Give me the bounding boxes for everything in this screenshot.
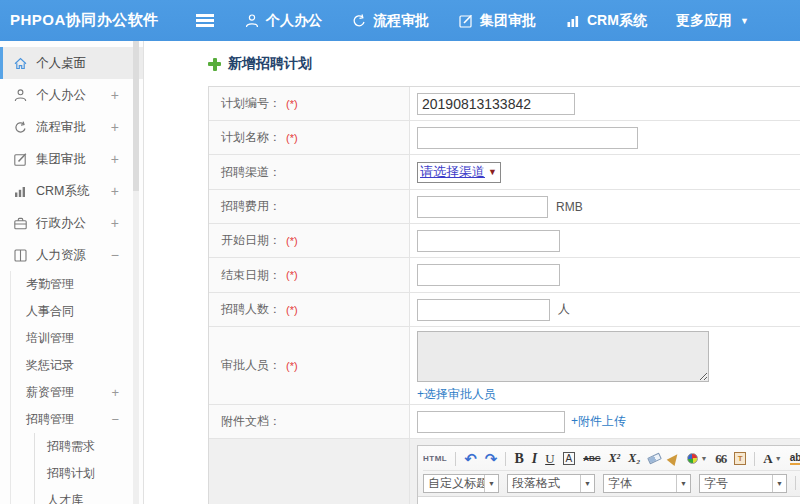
- form-row-headcount: 招聘人数： (*) 人: [209, 293, 800, 327]
- sidebar-item-label: 奖惩记录: [26, 357, 74, 374]
- hr-submenu: 考勤管理 人事合同 培训管理 奖惩记录 薪资管理 + 招聘管理 − 招聘需求 招…: [10, 271, 143, 504]
- sidebar-item-recruit-demand[interactable]: 招聘需求: [35, 433, 143, 460]
- select-caret-icon: ▼: [484, 475, 498, 492]
- sidebar-item-reward[interactable]: 奖惩记录: [11, 352, 143, 379]
- approver-textarea[interactable]: [417, 331, 709, 382]
- nav-group-approval[interactable]: 集团审批: [458, 12, 536, 30]
- paragraph-format-select[interactable]: 段落格式 ▼: [507, 474, 595, 493]
- channel-select[interactable]: 请选择渠道 ▼: [417, 162, 501, 183]
- headcount-unit: 人: [558, 301, 570, 318]
- paste-text-icon[interactable]: T: [734, 452, 746, 465]
- strikethrough-button[interactable]: ABC: [583, 454, 600, 463]
- italic-button[interactable]: I: [532, 451, 537, 467]
- editor-toolbar: HTML ↶ ↷ B I U A ABC X² X₂: [418, 446, 800, 497]
- field-label-empty: [209, 439, 410, 504]
- recruit-submenu: 招聘需求 招聘计划 人才库: [34, 433, 143, 504]
- sidebar-item-training[interactable]: 培训管理: [11, 325, 143, 352]
- form-row-approver: 审批人员： (*) +选择审批人员: [209, 327, 800, 405]
- form-row-attachment: 附件文档： +附件上传: [209, 405, 800, 439]
- fee-unit: RMB: [556, 200, 583, 214]
- sidebar-scrollbar[interactable]: [133, 41, 139, 504]
- top-header: PHPOA协同办公软件 个人办公 流程审批 集团审批 CRM系统: [0, 0, 800, 41]
- sidebar-item-talent-pool[interactable]: 人才库: [35, 487, 143, 504]
- start-date-input[interactable]: [417, 230, 560, 252]
- nav-process-approval[interactable]: 流程审批: [351, 12, 429, 30]
- superscript-button[interactable]: X²: [609, 451, 621, 466]
- channel-select-value: 请选择渠道: [420, 163, 485, 181]
- required-mark: (*): [286, 269, 298, 281]
- font-size-select[interactable]: 字号 ▼: [699, 474, 787, 493]
- sidebar-item-recruit[interactable]: 招聘管理 −: [11, 406, 143, 433]
- sidebar-item-group[interactable]: 集团审批 +: [0, 143, 143, 175]
- fee-input[interactable]: [417, 196, 548, 218]
- autotypeset-button[interactable]: A: [563, 452, 576, 465]
- field-label: 计划名称： (*): [209, 121, 410, 154]
- nav-crm-system[interactable]: CRM系统: [565, 12, 647, 30]
- attachment-upload-link[interactable]: +附件上传: [571, 413, 626, 430]
- book-icon: [13, 248, 28, 263]
- sidebar-item-label: CRM系统: [36, 183, 89, 200]
- sidebar-item-label: 招聘计划: [47, 465, 95, 482]
- format-brush-icon[interactable]: [667, 451, 682, 466]
- chart-icon: [13, 184, 28, 199]
- person-icon: [244, 13, 260, 29]
- headcount-input[interactable]: [417, 299, 550, 321]
- home-icon: [13, 56, 28, 71]
- process-icon: [13, 120, 28, 135]
- sidebar-item-salary[interactable]: 薪资管理 +: [11, 379, 143, 406]
- menu-toggle-icon[interactable]: [196, 14, 214, 27]
- expand-icon[interactable]: +: [111, 87, 119, 103]
- custom-title-select[interactable]: 自定义标题 ▼: [423, 474, 499, 493]
- select-caret-icon: ▼: [488, 167, 497, 177]
- font-color-button[interactable]: A▼: [763, 451, 781, 467]
- expand-icon[interactable]: +: [111, 385, 119, 400]
- form-row-editor: HTML ↶ ↷ B I U A ABC X² X₂: [209, 439, 800, 504]
- eraser-icon[interactable]: [648, 453, 663, 465]
- expand-icon[interactable]: +: [111, 215, 119, 231]
- expand-icon[interactable]: +: [111, 151, 119, 167]
- form-row-channel: 招聘渠道： 请选择渠道 ▼: [209, 155, 800, 190]
- expand-icon[interactable]: +: [111, 119, 119, 135]
- sidebar-item-attendance[interactable]: 考勤管理: [11, 271, 143, 298]
- sidebar-item-process[interactable]: 流程审批 +: [0, 111, 143, 143]
- briefcase-icon: [13, 216, 28, 231]
- field-label: 结束日期： (*): [209, 258, 410, 292]
- highlight-button[interactable]: ab▼: [790, 453, 800, 465]
- plan-name-input[interactable]: [417, 127, 638, 149]
- collapse-icon[interactable]: −: [111, 247, 119, 263]
- form-row-end-date: 结束日期： (*): [209, 258, 800, 293]
- color-palette-icon[interactable]: ▼: [687, 453, 707, 464]
- sidebar-item-contract[interactable]: 人事合同: [11, 298, 143, 325]
- sidebar-item-personal[interactable]: 个人办公 +: [0, 79, 143, 111]
- plan-no-input[interactable]: [417, 93, 575, 115]
- nav-personal-office[interactable]: 个人办公: [244, 12, 322, 30]
- choose-approver-link[interactable]: +选择审批人员: [417, 386, 496, 403]
- expand-icon[interactable]: +: [111, 183, 119, 199]
- underline-button[interactable]: U: [545, 451, 554, 467]
- end-date-input[interactable]: [417, 264, 560, 286]
- nav-label: 个人办公: [266, 12, 322, 30]
- sidebar-item-desktop[interactable]: 个人桌面: [0, 47, 143, 79]
- bold-button[interactable]: B: [514, 451, 523, 467]
- sidebar-item-label: 行政办公: [36, 215, 86, 232]
- top-nav: 个人办公 流程审批 集团审批 CRM系统 更多应用 ▼: [244, 12, 778, 30]
- undo-icon[interactable]: ↶: [464, 451, 477, 466]
- sidebar-item-label: 人力资源: [36, 247, 86, 264]
- collapse-icon[interactable]: −: [111, 412, 119, 427]
- font-family-select[interactable]: 字体 ▼: [603, 474, 691, 493]
- blockquote-button[interactable]: 66: [715, 451, 726, 467]
- sidebar-item-hr[interactable]: 人力资源 −: [0, 239, 143, 271]
- sidebar-item-admin[interactable]: 行政办公 +: [0, 207, 143, 239]
- redo-icon[interactable]: ↷: [485, 451, 498, 466]
- sidebar-item-recruit-plan[interactable]: 招聘计划: [35, 460, 143, 487]
- subscript-button[interactable]: X₂: [628, 451, 640, 466]
- form-row-start-date: 开始日期： (*): [209, 224, 800, 258]
- required-mark: (*): [286, 235, 298, 247]
- attachment-input[interactable]: [417, 411, 565, 433]
- editor-content-area[interactable]: [418, 497, 800, 504]
- required-mark: (*): [286, 98, 298, 110]
- sidebar-item-crm[interactable]: CRM系统 +: [0, 175, 143, 207]
- html-source-button[interactable]: HTML: [423, 454, 447, 463]
- field-label: 招聘费用：: [209, 190, 410, 223]
- nav-more-apps[interactable]: 更多应用 ▼: [676, 12, 749, 30]
